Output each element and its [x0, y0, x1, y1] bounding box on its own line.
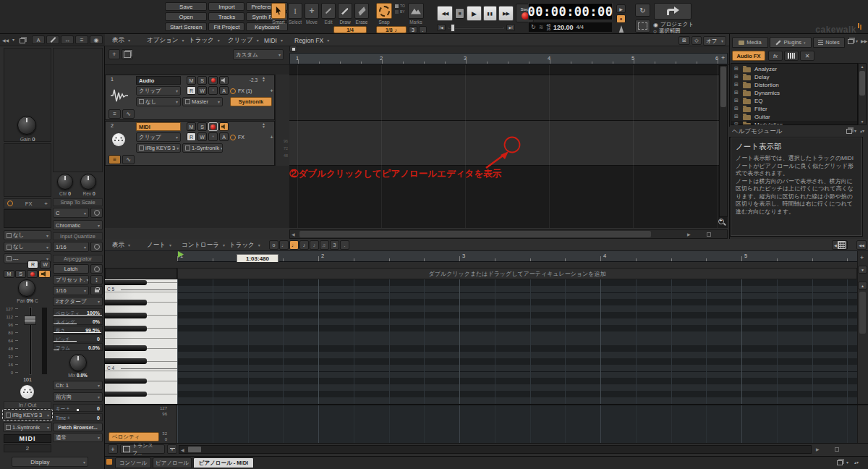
scale-power-button[interactable]: [90, 208, 103, 218]
record-mini-button[interactable]: ●: [616, 14, 626, 23]
aim-off-dropdown[interactable]: オフ: [703, 36, 726, 46]
tree-row[interactable]: ⊞Modulation: [731, 121, 857, 125]
arp-mix-knob[interactable]: [69, 354, 87, 371]
pr-collapse-icon[interactable]: ◀◀: [856, 240, 867, 250]
tree-row[interactable]: ⊞Analyzer: [731, 65, 857, 73]
add-lane-button[interactable]: +: [108, 444, 118, 454]
import-button[interactable]: Import: [208, 2, 244, 11]
pr-ruler[interactable]: 1 2 3 4 5: [177, 251, 857, 262]
track1-name-field[interactable]: Audio: [136, 76, 181, 85]
fx-filter-icon[interactable]: fx: [768, 51, 783, 61]
clips-hscroll-left-icon[interactable]: ◀: [292, 232, 295, 237]
clips-zoom-in-v-icon[interactable]: +: [718, 218, 726, 227]
list-tab-icon[interactable]: ≡: [75, 35, 88, 44]
tempo-value[interactable]: 120.00: [553, 24, 574, 31]
knob-tab-icon[interactable]: ◉: [90, 35, 103, 44]
duplicate-track-button[interactable]: [122, 49, 133, 59]
quantize-power-button[interactable]: [90, 242, 103, 252]
track1-fx-add-icon[interactable]: +: [270, 88, 273, 94]
inspector-menu-caret-icon[interactable]: ▾: [12, 37, 14, 42]
browser-dock-icon[interactable]: [848, 39, 854, 44]
pr-zoom-box-icon[interactable]: [835, 447, 839, 452]
track2-lanes-button[interactable]: ≡: [109, 155, 121, 164]
track1-input-dropdown[interactable]: なし: [136, 97, 181, 106]
time-signature[interactable]: 4/4: [576, 24, 584, 30]
grid-snap-toggle-icon[interactable]: ◀: [832, 240, 848, 250]
track2-output-dropdown[interactable]: 1-Syntronik: [182, 143, 223, 153]
track2-name-field[interactable]: MIDI: [136, 122, 181, 131]
track1-fx-row[interactable]: FX (1) +: [230, 86, 273, 96]
display-dropdown[interactable]: Display: [12, 457, 88, 467]
start-screen-button[interactable]: Start Screen: [165, 22, 207, 31]
waveform-mini-icon[interactable]: ≋: [539, 24, 544, 30]
open-button[interactable]: Open: [165, 12, 207, 21]
note-quarter-button[interactable]: ♩: [289, 240, 299, 250]
draw-resolution-dropdown[interactable]: 1/4: [333, 26, 367, 33]
select-region-button[interactable]: [635, 20, 650, 33]
clips-vscroll-thumb[interactable]: [720, 67, 726, 107]
rail-add-icon[interactable]: +: [860, 254, 864, 261]
bottombar-expand-icon[interactable]: ▴▾: [854, 460, 859, 465]
track1-clip-dropdown[interactable]: クリップ: [136, 86, 181, 96]
transform-tool-button[interactable]: トランスフ...: [120, 444, 165, 454]
fx-bin-list[interactable]: [4, 209, 51, 228]
snap-button[interactable]: [376, 3, 392, 19]
position-slider-track[interactable]: [448, 27, 504, 29]
rail-scroll-up-icon[interactable]: ▲: [858, 282, 867, 290]
arp-mode-dropdown[interactable]: 通常: [53, 433, 103, 442]
note-sixteenth-button[interactable]: ♪: [310, 240, 319, 250]
track2-fx-row[interactable]: FX +: [230, 132, 273, 142]
arp-channel-dropdown[interactable]: Ch: 1: [53, 381, 103, 390]
rail-scroll-thumb[interactable]: [859, 292, 866, 334]
arp-preset-spinner[interactable]: ▲▼: [90, 275, 103, 284]
track1-lane[interactable]: [289, 75, 728, 121]
track1-synth-chip[interactable]: Syntronik: [230, 97, 272, 106]
io-input-dropdown[interactable]: iRig KEYS 3: [3, 410, 52, 420]
gain-knob[interactable]: [17, 116, 36, 135]
mute-button[interactable]: M: [4, 270, 14, 278]
fit-project-button[interactable]: Fit Project: [208, 22, 244, 31]
tab-plugins[interactable]: Plugins▾: [770, 37, 812, 48]
arp-lock-button[interactable]: [90, 286, 103, 295]
snap-resolution-dropdown[interactable]: 1/8♪: [376, 26, 407, 33]
track1-lanes-button[interactable]: ≡: [109, 109, 121, 119]
write-automation-button[interactable]: W: [40, 261, 51, 269]
arp-power-button[interactable]: [90, 264, 103, 274]
input-dropdown-1[interactable]: なし: [4, 230, 51, 240]
sync-icon[interactable]: ↻: [531, 24, 536, 30]
arrows-tab-icon[interactable]: ↔: [61, 35, 74, 44]
arp-flam-slider[interactable]: フラム0.0%: [53, 343, 103, 351]
help-collapse-icon[interactable]: ▴▾: [860, 128, 864, 133]
tree-scroll-thumb[interactable]: [859, 71, 865, 96]
browser-collapse-icon[interactable]: ▶▶: [861, 38, 867, 43]
add-track-button[interactable]: +: [109, 49, 120, 59]
tree-scrollbar[interactable]: ▲ ▼: [858, 63, 867, 125]
arp-velocity-slider[interactable]: ベロシティ100%: [53, 308, 103, 316]
arm-button[interactable]: [27, 270, 38, 278]
tab-pianoroll-midi[interactable]: ピアノロール - MIDI: [193, 457, 254, 468]
scale-type-dropdown[interactable]: Chromatic: [53, 220, 103, 230]
audio-fx-button[interactable]: Audio FX: [732, 51, 765, 61]
track2-arm-button[interactable]: [208, 122, 218, 131]
pr-menu-controller[interactable]: コントローラ: [178, 239, 229, 251]
tab-console[interactable]: コンソール: [115, 457, 151, 468]
stop-button[interactable]: ■: [455, 8, 464, 19]
track2-clip-dropdown[interactable]: クリップ: [136, 132, 181, 142]
pr-hscroll-right-icon[interactable]: ▶: [816, 447, 820, 452]
rail-caret-down-icon[interactable]: ▼: [858, 266, 867, 274]
arp-direction-dropdown[interactable]: 前方向: [53, 392, 103, 402]
track2-echo-button[interactable]: [219, 122, 229, 131]
track2-fx-add-icon[interactable]: +: [270, 134, 273, 140]
tv-menu-region-fx[interactable]: Region FX: [291, 34, 333, 46]
tracks-button[interactable]: Tracks: [208, 12, 244, 21]
track1-read-button[interactable]: R: [187, 86, 196, 95]
go-end-button[interactable]: ▶I: [506, 24, 515, 31]
play-button[interactable]: ▶: [467, 6, 482, 21]
tree-row[interactable]: ⊞Dynamics: [731, 89, 857, 97]
fast-forward-button[interactable]: ▶▶: [498, 6, 514, 21]
tree-row[interactable]: ⊞EQ: [731, 97, 857, 105]
pr-menu-view[interactable]: 表示: [109, 239, 134, 251]
fx-add-icon[interactable]: +: [44, 200, 48, 207]
articulation-strip[interactable]: ダブルクリックまたはドラッグしてアーティキュレーションを追加: [177, 268, 857, 279]
track2-automation-button[interactable]: ∿: [122, 155, 135, 164]
